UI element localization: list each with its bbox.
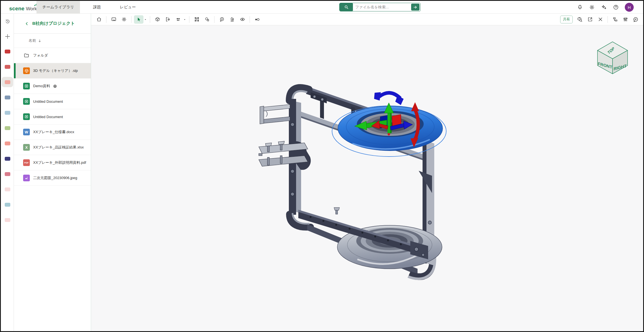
presentation-button[interactable] (109, 15, 118, 24)
top-bar: scene Workspace チームライブラリ 課題 レビュー (1, 1, 643, 14)
arrow-right-icon (413, 5, 418, 9)
viewer-settings-button[interactable] (119, 15, 129, 24)
share-button[interactable]: 共有 (560, 16, 573, 23)
file-name: フォルダ (33, 53, 48, 58)
ai-assist-button[interactable] (601, 4, 607, 10)
document-icon (24, 84, 29, 89)
list-item[interactable]: PDFXXブレーキ_外部説明用資料.pdf (14, 155, 91, 170)
visibility-button[interactable] (238, 15, 247, 24)
pin-comment-button[interactable] (217, 15, 226, 24)
add-workspace-button[interactable] (1, 31, 14, 42)
3d-model-icon (24, 68, 29, 74)
section-view-button[interactable] (163, 15, 172, 24)
list-item[interactable]: Demo資料 (14, 79, 91, 94)
view-cube[interactable]: TOP FRONT RIGHT (597, 42, 628, 74)
cube-icon (155, 16, 160, 22)
workspace-chip-color (5, 50, 10, 53)
assembly-tree-button[interactable] (610, 15, 620, 24)
workspace-chip[interactable] (1, 90, 14, 105)
external-link-icon (587, 16, 593, 22)
workspace-chip[interactable] (1, 105, 14, 120)
list-item[interactable]: Untitled Document (14, 109, 91, 124)
inspect-model-button[interactable] (575, 15, 584, 24)
viewer-toolbar-right: 共有 (560, 15, 640, 24)
workspace-chip[interactable] (1, 120, 14, 136)
search-submit-button[interactable] (411, 4, 419, 11)
workspace-chip[interactable] (1, 197, 14, 212)
app-window: scene Workspace チームライブラリ 課題 レビュー (0, 0, 644, 332)
file-list: フォルダ3D モデル（キャリア）.stpDemo資料Untitled Docum… (14, 48, 91, 186)
dots-toggle-icon (254, 16, 260, 23)
tab-team-library[interactable]: チームライブラリ (36, 1, 80, 14)
list-item[interactable]: 二次元図面_20230906.jpeg (14, 170, 91, 186)
close-viewer-button[interactable] (596, 15, 605, 24)
workspace-chip[interactable] (1, 74, 14, 90)
file-name: Untitled Document (33, 115, 63, 119)
home-view-button[interactable] (94, 15, 104, 24)
search-icon (344, 5, 349, 9)
list-item[interactable]: XXXブレーキ_品証検証結果.xlsx (14, 140, 91, 155)
gear-icon (121, 16, 127, 22)
3d-viewport[interactable]: TOP FRONT RIGHT (91, 25, 644, 332)
file-search (339, 3, 421, 11)
plus-icon (4, 33, 11, 40)
comments-button[interactable] (631, 15, 640, 24)
bell-icon (577, 4, 583, 10)
list-item[interactable]: Untitled Document (14, 94, 91, 109)
slides-file-icon (23, 98, 30, 105)
text-box-icon (194, 16, 200, 22)
paint-part-button[interactable] (227, 15, 237, 24)
explode-parts-button[interactable] (173, 15, 183, 24)
explode-parts-caret[interactable] (183, 15, 187, 24)
select-tool-caret[interactable] (143, 15, 147, 24)
document-icon (24, 114, 29, 119)
workspace-chip-color (5, 172, 10, 176)
workspace-chip[interactable] (1, 182, 14, 197)
tab-issues[interactable]: 課題 (87, 1, 107, 14)
sparkles-icon (601, 4, 607, 10)
image-file-icon (23, 175, 30, 181)
workspace-chip[interactable] (1, 166, 14, 182)
file-name: XXブレーキ_仕様書.docx (33, 130, 74, 135)
sliders-icon (623, 16, 628, 22)
help-button[interactable] (613, 4, 619, 10)
workspace-chip-color (5, 157, 10, 161)
pin-plus-icon (219, 16, 225, 22)
list-item[interactable]: 3D モデル（キャリア）.stp (14, 63, 91, 79)
viewer-toolbar: 共有 (91, 14, 643, 25)
shape-annotation-button[interactable] (202, 15, 212, 24)
history-icon (5, 19, 10, 24)
search-button[interactable] (340, 3, 353, 11)
list-item[interactable]: フォルダ (14, 48, 91, 63)
column-header-name[interactable]: 名前 (14, 34, 91, 48)
user-avatar[interactable]: H (625, 3, 634, 12)
search-input[interactable] (353, 5, 411, 9)
workspace-chip[interactable] (1, 59, 14, 74)
notifications-button[interactable] (577, 4, 583, 10)
workspace-chip[interactable] (1, 151, 14, 166)
open-external-button[interactable] (585, 15, 595, 24)
select-tool-button[interactable] (134, 15, 143, 24)
history-button[interactable] (1, 16, 14, 26)
settings-button[interactable] (589, 4, 595, 10)
file-name: Demo資料 (33, 84, 50, 89)
tab-review[interactable]: レビュー (114, 1, 142, 14)
list-item[interactable]: WXXブレーキ_仕様書.docx (14, 124, 91, 140)
display-settings-button[interactable] (621, 15, 630, 24)
compare-toggle-button[interactable] (252, 15, 262, 24)
model-search-icon (577, 16, 583, 23)
document-icon (24, 99, 29, 104)
workspace-chip[interactable] (1, 136, 14, 151)
back-chevron-icon[interactable] (25, 21, 29, 26)
eye-icon (240, 16, 245, 22)
model3d-file-icon (23, 67, 30, 74)
isolate-part-button[interactable] (153, 15, 162, 24)
workspace-chip[interactable] (1, 212, 14, 228)
folder-file-icon (23, 52, 30, 59)
close-icon (597, 16, 603, 22)
project-panel: B社向けプロジェクト 名前 フォルダ3D モデル（キャリア）.stpDemo資料… (14, 14, 91, 331)
text-annotation-button[interactable] (192, 15, 201, 24)
viewer-canvas[interactable]: 共有 (91, 14, 643, 331)
workspace-chip[interactable] (1, 44, 14, 59)
3d-model-carrier[interactable] (259, 86, 446, 279)
